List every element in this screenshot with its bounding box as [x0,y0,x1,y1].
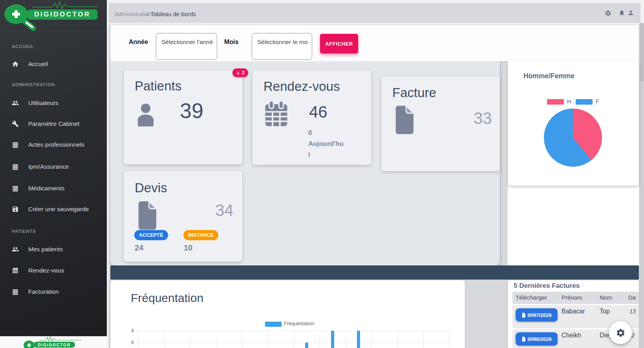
users-icon [12,99,19,107]
accepted-count: 24 [135,243,143,252]
gridline [294,331,294,348]
gender-pie [544,109,602,167]
frequentation-bar [331,331,334,348]
accepted-badge: ACCEPTÉ [134,230,168,240]
devis-card-title: Devis [135,180,167,195]
gender-legend-label-f: F [596,98,599,105]
upload-count-badge: 2 [232,68,248,77]
upload-icon [236,71,240,75]
sidebar-section-accueil: ACCUEIL [12,44,34,49]
floating-settings-button[interactable] [609,321,632,344]
sidebar-item-label: Ipm/Assurance [28,163,69,170]
gridline [164,331,165,348]
sidebar-item-label: Médicaments [28,185,64,192]
afficher-button[interactable]: AFFICHER [320,34,358,53]
person-icon [134,101,157,127]
gridline [268,331,268,348]
sidebar-item-facturation[interactable]: Facturation [0,285,107,298]
sidebar-item-utilisateurs[interactable]: Utilisateurs [0,96,107,110]
frequentation-legend-swatch[interactable] [265,322,282,327]
download-invoice-button[interactable]: 0097/2026 [516,308,558,322]
instance-count: 10 [184,243,192,252]
facture-card: Facture 33 [381,77,500,171]
patients-card-title: Patients [135,79,181,94]
frequentation-legend-label: Fréquentation [284,321,314,326]
list-icon [12,163,19,170]
section-divider-bar [110,265,639,280]
sidebar-item-mes-patients[interactable]: Mes patients [0,243,107,256]
gender-legend-swatch[interactable] [547,99,564,105]
sidebar-section-administration: ADMINISTRATION [12,82,55,87]
devis-card: Devis 34 ACCEPTÉ INSTANCE 24 10 [124,171,242,261]
footer-logo-wordmark: DIGIDOCTOR [38,343,71,347]
sidebar-item-label: Paramètre Cabinet [28,120,79,127]
month-select-input[interactable] [252,33,312,60]
gridline [190,331,190,348]
sidebar-item-ipm-assurance[interactable]: Ipm/Assurance [0,160,107,173]
last-invoices-title: 5 Dernières Factures [514,282,580,290]
rendezvous-card: Rendez-vous 46 0 Aujourd'hui [252,70,371,165]
download-invoice-button[interactable]: 0096/2026 [516,332,558,346]
sidebar-item-label: Accueil [28,61,48,68]
invoice-nom: Top [600,308,610,315]
gear-icon [616,328,626,338]
file-icon [521,337,526,342]
sidebar-item-label: Rendez-vous [28,267,64,274]
gridline [449,331,450,348]
invoice-prenom: Cheikh [562,332,581,339]
gridline [136,331,449,331]
year-select-input[interactable] [156,33,217,60]
topbar: Administration / Tableau de bords [109,3,640,23]
frequentation-chart-card: Fréquentation Fréquentation 8 6 [110,280,465,348]
column-header: Nom [600,294,612,301]
notifications-bell-icon[interactable] [618,9,625,18]
digidoctor-dashboard: DIGIDOCTOR ACCUEIL Accueil ADMINISTRATIO… [0,0,644,348]
sidebar-item-creer-sauvegarde[interactable]: Créer une sauvegarde [0,203,107,216]
scrollbar[interactable] [640,23,644,348]
y-axis-tick: 6 [127,340,134,345]
file-icon [521,313,526,318]
sidebar: DIGIDOCTOR ACCUEIL Accueil ADMINISTRATIO… [0,0,107,348]
user-profile-icon[interactable] [628,9,634,18]
document-icon [392,105,417,134]
sidebar-item-label: Créer une sauvegarde [28,206,89,213]
download-invoice-label: 0096/2026 [527,336,551,342]
breadcrumb-parent[interactable]: Administration [115,11,152,17]
invoice-date: 2 [631,332,635,339]
gender-chart-card: Homme/Femme H F [508,61,639,186]
upload-count: 2 [242,70,245,75]
sidebar-item-label: Actes professionnels [28,141,84,148]
gender-column: Homme/Femme H F [508,61,639,265]
invoice-prenom: Babacar [562,308,585,315]
rendezvous-count: 46 [309,103,327,122]
list-icon [12,288,19,295]
settings-gear-icon[interactable] [605,10,611,18]
sidebar-item-medicaments[interactable]: Médicaments [0,182,107,195]
home-icon [12,61,19,68]
invoices-table-header: Télécharger Prénom Nom Da [512,292,639,304]
sidebar-item-parametre-cabinet[interactable]: Paramètre Cabinet [0,117,107,131]
patients-card: Patients 39 [124,70,242,164]
gridline [397,331,398,348]
app-logo: DIGIDOCTOR [0,0,107,31]
list-icon [12,185,19,192]
download-invoice-label: 0097/2026 [527,312,551,318]
wrench-icon [12,120,19,127]
facture-card-title: Facture [392,85,436,100]
sidebar-item-rendez-vous[interactable]: Rendez-vous [0,264,107,277]
sidebar-item-label: Facturation [28,288,59,295]
filter-bar: Année Mois AFFICHER [110,25,639,61]
sidebar-item-actes-professionnels[interactable]: Actes professionnels [0,138,107,151]
gender-legend-swatch[interactable] [576,99,593,105]
gender-chart-title: Homme/Femme [523,72,574,80]
gridline [136,342,449,343]
gridline [423,331,424,348]
scrollbar-thumb[interactable] [640,23,644,82]
gridline [371,331,372,348]
gender-legend-label-h: H [567,98,571,105]
save-icon [12,206,19,213]
frequentation-bar [305,342,308,348]
month-label: Mois [224,39,238,46]
invoice-date: 13 [629,308,636,315]
sidebar-item-accueil[interactable]: Accueil [0,57,107,71]
